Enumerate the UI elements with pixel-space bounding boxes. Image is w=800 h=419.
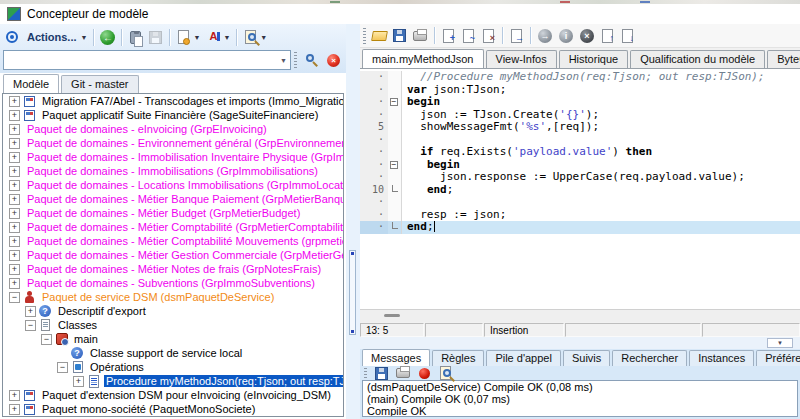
print-messages-button[interactable] [393,366,413,380]
tab-historique[interactable]: Historique [559,50,629,68]
toolbar-grip[interactable] [363,28,366,44]
code-line-10[interactable]: 10 end; [360,184,800,197]
search-messages-button[interactable] [436,366,455,380]
tree-item-op-rations[interactable]: −Opérations [3,360,343,374]
tab-view-infos[interactable]: View-Infos [486,50,557,68]
save-code-button[interactable] [390,26,409,46]
expand-toggle[interactable]: + [9,264,20,275]
expand-toggle[interactable]: + [9,208,20,219]
expand-toggle[interactable]: + [9,236,20,247]
search-combobox[interactable]: ▼ [3,50,291,70]
tree-item-classes[interactable]: −Classes [3,318,343,332]
tree-item-paquet-de-domaines-m-tier-notes-de[interactable]: +Paquet de domaines - Métier Notes de fr… [3,262,343,276]
tab-qualification-du-mod-le[interactable]: Qualification du modèle [630,50,765,68]
collapse-toggle[interactable]: − [57,362,68,373]
code-line-5[interactable]: 5 showMessageFmt('%s',[req]); [360,121,800,134]
compile-message[interactable]: Compile OK [363,405,797,417]
tab-messages[interactable]: Messages [362,349,430,366]
tab-git-master[interactable]: Git - master [61,75,138,93]
save-button[interactable] [146,27,165,47]
actions-target-button[interactable] [2,27,22,47]
stop-button[interactable]: × [577,26,597,46]
tree-item-migration-fa7-abel-transcodages-et[interactable]: +Migration FA7/Abel - Transcodages et im… [3,94,343,108]
vertical-splitter[interactable] [346,24,360,419]
code-editor[interactable]: · //Procedure myMethodJson(req:Tjson; ou… [360,69,800,309]
tree-item-item[interactable]: + [3,416,343,417]
actions-button[interactable]: Actions...▼ [23,27,89,47]
tab-suivis[interactable]: Suivis [563,350,610,366]
collapse-toggle[interactable]: − [9,292,20,303]
splitter-handle[interactable] [349,250,356,335]
tree-item-paquet-de-domaines-subventions-grp[interactable]: +Paquet de domaines - Subventions (GrpIm… [3,276,343,290]
tab-mod-le[interactable]: Modèle [3,74,59,93]
expand-toggle[interactable]: + [9,390,20,401]
expand-toggle[interactable]: + [9,180,20,191]
expand-toggle[interactable]: + [9,278,20,289]
expand-toggle[interactable]: + [25,306,36,317]
refresh-doc-button[interactable] [459,26,478,46]
compile-message[interactable]: (main) Compile OK (0,07 ms) [363,393,797,405]
tree-item-paquet-de-domaines-m-tier-comptabi[interactable]: +Paquet de domaines - Métier Comptabilit… [3,234,343,248]
compile-message[interactable]: (dsmPaquetDeService) Compile OK (0,08 ms… [363,381,797,393]
expand-toggle[interactable]: + [73,376,84,387]
expand-toggle[interactable]: + [9,222,20,233]
tab-bytecode[interactable]: ByteCode [767,50,800,68]
expand-toggle[interactable]: + [9,404,20,415]
new-doc-button[interactable] [439,26,458,46]
tree-item-classe-support-de-service-local[interactable]: Classe support de service local [3,346,343,360]
step-in-button[interactable] [618,26,637,46]
print-button[interactable] [410,26,430,46]
paste-button[interactable] [126,27,145,47]
tree-item-paquet-de-domaines-m-tier-banque-p[interactable]: +Paquet de domaines - Métier Banque Paie… [3,192,343,206]
tab-main-mymethodjson[interactable]: main.myMethodJson [362,49,484,69]
tree-item-paquet-de-service-dsm-dsmpaquetdes[interactable]: −Paquet de service DSM (dsmPaquetDeServi… [3,290,343,304]
tree-item-main[interactable]: −main [3,332,343,346]
tree-item-paquet-d-extension-dsm-pour-einvoi[interactable]: +Paquet d'extension DSM pour eInvoicing … [3,388,343,402]
toolbar-grip[interactable] [294,52,297,68]
tree-item-paquet-de-domaines-locations-immob[interactable]: +Paquet de domaines - Locations Immobili… [3,178,343,192]
fold-collapse-icon[interactable]: − [390,98,398,106]
tab-pile-d-appel[interactable]: Pile d'appel [486,350,561,366]
tree-item-paquet-de-domaines-m-tier-comptabi[interactable]: +Paquet de domaines - Métier Comptabilit… [3,220,343,234]
expand-toggle[interactable]: + [9,124,20,135]
expand-toggle[interactable]: + [9,152,20,163]
code-line-13[interactable]: ·end; [360,221,800,234]
search-go-button[interactable] [302,50,322,70]
tree-item-paquet-mono-soci-t-paquetmonosocie[interactable]: +Paquet mono-société (PaquetMonoSociete) [3,402,343,416]
tab-r-gles[interactable]: Règles [432,350,484,366]
run-button[interactable]: → [535,26,555,46]
expand-toggle[interactable]: + [9,166,20,177]
font-color-button[interactable]: A▼ [203,27,232,47]
expand-toggle[interactable]: + [9,138,20,149]
search-clear-button[interactable]: × [324,50,343,70]
tree-item-paquet-de-domaines-immobilisation-[interactable]: +Paquet de domaines - Immobilisation Inv… [3,150,343,164]
collapse-toggle[interactable]: − [41,334,52,345]
open-button[interactable] [370,26,389,46]
export-button[interactable]: ▼ [174,27,202,47]
tab-instances[interactable]: Instances [689,350,754,366]
close-doc-button[interactable] [479,26,498,46]
tree-item-paquet-de-domaines-m-tier-gestion-[interactable]: +Paquet de domaines - Métier Gestion Com… [3,248,343,262]
search-input[interactable] [4,54,277,66]
tree-item-paquet-applicatif-suite-financi-re[interactable]: +Paquet applicatif Suite Financière (Sag… [3,108,343,122]
tree-item-paquet-de-domaines-einvoicing-grpe[interactable]: +Paquet de domaines - eInvoicing (GrpEIn… [3,122,343,136]
save-messages-button[interactable] [372,366,391,380]
expand-toggle[interactable]: + [9,194,20,205]
fold-collapse-icon[interactable]: − [390,161,398,169]
tree-item-paquet-de-domaines-m-tier-budget-g[interactable]: +Paquet de domaines - Métier Budget (Grp… [3,206,343,220]
find-button[interactable]: ▼ [241,27,269,47]
info-button[interactable]: i [556,26,576,46]
tree-item-procedure-mymethodjson-req-tjson-o[interactable]: +Procedure myMethodJson(req:Tjson; out r… [3,374,343,388]
expand-toggle[interactable]: + [9,96,20,107]
tree-item-paquet-de-domaines-immobilisations[interactable]: +Paquet de domaines - Immobilisations (G… [3,164,343,178]
splitter-dash[interactable] [384,314,400,317]
import-doc-button[interactable] [507,26,526,46]
expand-toggle[interactable]: + [9,250,20,261]
overflow-dropdown[interactable]: ▼ [767,338,793,348]
tab-rechercher[interactable]: Rechercher [612,350,687,366]
collapse-toggle[interactable]: − [25,320,36,331]
toolbar-grip[interactable] [364,365,367,381]
tree-item-paquet-de-domaines-environnement-g[interactable]: +Paquet de domaines - Environnement géné… [3,136,343,150]
expand-toggle[interactable]: + [9,110,20,121]
step-out-button[interactable] [598,26,617,46]
